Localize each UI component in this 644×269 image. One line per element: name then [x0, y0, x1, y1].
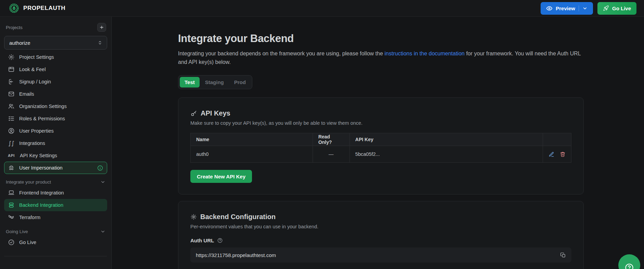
- sidebar-item-label: Frontend Integration: [19, 190, 64, 196]
- sidebar-item-user-properties[interactable]: User Properties: [4, 125, 107, 137]
- key-icon: [190, 110, 197, 117]
- sidebar-item-api-key-settings[interactable]: API API Key Settings: [4, 149, 107, 162]
- topbar-actions: Preview Go Live: [541, 2, 636, 15]
- backend-configuration-card: Backend Configuration Per-environment va…: [178, 201, 584, 269]
- checklist-icon: [8, 115, 15, 122]
- sidebar-item-label: Project Settings: [19, 54, 54, 60]
- page-title: Integrate your Backend: [178, 32, 584, 45]
- sidebar-item-label: Go Live: [19, 240, 36, 245]
- column-header-read-only: Read Only?: [313, 133, 350, 146]
- user-circle-icon: [8, 127, 15, 134]
- check-circle-icon: [8, 239, 15, 246]
- login-icon: [8, 78, 15, 85]
- column-header-actions: [543, 133, 571, 146]
- chevron-down-icon: [582, 6, 588, 11]
- laptop-icon: [8, 189, 15, 196]
- sidebar-item-roles-permissions[interactable]: Roles & Permissions: [4, 112, 107, 125]
- documentation-link[interactable]: instructions in the documentation: [384, 51, 465, 56]
- sidebar-item-backend-integration[interactable]: Backend Integration: [4, 199, 107, 211]
- auth-url-field[interactable]: https://3211758.propelauthtest.com: [190, 247, 571, 263]
- delete-key-button[interactable]: [560, 151, 566, 157]
- column-header-name: Name: [191, 133, 313, 146]
- cell-api-key: 5bca05f2...: [350, 146, 543, 163]
- sidebar-item-frontend-integration[interactable]: Frontend Integration: [4, 187, 107, 199]
- going-live-menu: Go Live: [4, 236, 107, 248]
- main-content: Integrate your Backend Integrating your …: [112, 17, 644, 269]
- sidebar-item-user-impersonation[interactable]: User Impersonation: [4, 162, 107, 174]
- auth-url-value: https://3211758.propelauthtest.com: [196, 252, 276, 258]
- backend-config-title: Backend Configuration: [200, 213, 276, 221]
- sidebar-item-look-and-feel[interactable]: Look & Feel: [4, 63, 107, 76]
- help-circle-icon[interactable]: [217, 238, 223, 243]
- api-keys-title-row: API Keys: [190, 109, 571, 117]
- section-integrate-your-product[interactable]: Integrate your product: [6, 179, 105, 185]
- backend-config-subtitle: Per-environment values that you can use …: [190, 224, 571, 229]
- intro-before: Integrating your backend depends on the …: [178, 51, 384, 56]
- api-keys-title: API Keys: [201, 109, 230, 117]
- create-new-api-key-button[interactable]: Create New API Key: [190, 170, 252, 183]
- tab-test[interactable]: Test: [180, 77, 200, 88]
- integral-icon: ∫∫: [8, 140, 15, 147]
- eye-icon: [546, 5, 553, 12]
- tab-staging[interactable]: Staging: [200, 77, 229, 88]
- sidebar-divider: [4, 256, 107, 256]
- add-project-button[interactable]: [97, 23, 106, 32]
- preview-button[interactable]: Preview: [541, 2, 593, 15]
- sidebar-item-label: Roles & Permissions: [19, 116, 65, 121]
- sidebar-menu: Project Settings Look & Feel Signup / Lo…: [4, 51, 107, 174]
- section-going-live[interactable]: Going Live: [6, 229, 105, 234]
- sidebar-item-terraform[interactable]: Terraform: [4, 211, 107, 224]
- sidebar-item-go-live[interactable]: Go Live: [4, 236, 107, 248]
- question-circle-icon: [624, 259, 634, 269]
- brand: PROPELAUTH: [9, 3, 65, 13]
- cell-key-name: auth0: [191, 146, 313, 163]
- section-label: Going Live: [6, 229, 28, 234]
- chevron-down-icon: [100, 229, 105, 234]
- preview-divider: [579, 5, 579, 11]
- column-header-api-key: API Key: [350, 133, 543, 146]
- sidebar-item-emails[interactable]: Emails: [4, 88, 107, 100]
- sidebar-item-organization-settings[interactable]: Organization Settings: [4, 100, 107, 112]
- sidebar-item-label: User Impersonation: [19, 165, 63, 171]
- api-keys-card: API Keys Make sure to copy your API key(…: [178, 97, 584, 194]
- gear-icon: [8, 54, 15, 60]
- environment-tabs: Test Staging Prod: [178, 75, 252, 89]
- brand-name: PROPELAUTH: [23, 5, 65, 12]
- section-label: Integrate your product: [6, 179, 51, 185]
- auth-url-label-row: Auth URL: [190, 238, 571, 243]
- window-icon: [8, 66, 15, 73]
- sidebar-item-label: Look & Feel: [19, 67, 46, 72]
- project-select[interactable]: authorize: [4, 36, 107, 50]
- sidebar-item-label: Signup / Login: [19, 79, 51, 84]
- api-keys-subtitle: Make sure to copy your API key(s), as yo…: [190, 120, 571, 126]
- sidebar-item-integrations[interactable]: ∫∫ Integrations: [4, 137, 107, 149]
- sidebar-item-label: Backend Integration: [19, 202, 63, 208]
- table-header-row: Name Read Only? API Key: [191, 133, 571, 146]
- info-icon[interactable]: [97, 165, 103, 171]
- sidebar-item-label: Emails: [19, 91, 34, 97]
- terraform-icon: [8, 214, 15, 221]
- sidebar-item-project-settings[interactable]: Project Settings: [4, 51, 107, 63]
- tab-prod[interactable]: Prod: [229, 77, 251, 88]
- topbar: PROPELAUTH Preview: [0, 0, 644, 17]
- intro-text: Integrating your backend depends on the …: [178, 49, 584, 66]
- disguise-icon: [8, 164, 15, 171]
- table-row: auth0 — 5bca05f2...: [191, 146, 571, 163]
- gear-icon: [190, 214, 197, 220]
- copy-auth-url-button[interactable]: [560, 252, 566, 258]
- auth-url-label: Auth URL: [190, 238, 214, 243]
- integrate-menu: Frontend Integration Backend Integration…: [4, 187, 107, 224]
- edit-key-button[interactable]: [548, 151, 554, 157]
- cell-actions: [543, 146, 571, 163]
- go-live-button[interactable]: Go Live: [597, 2, 636, 15]
- api-text-icon: API: [8, 153, 15, 158]
- sidebar-item-label: Terraform: [19, 215, 40, 220]
- cell-read-only: —: [313, 146, 350, 163]
- sidebar-item-signup-login[interactable]: Signup / Login: [4, 76, 107, 88]
- project-select-value: authorize: [9, 40, 30, 46]
- backend-config-title-row: Backend Configuration: [190, 213, 571, 221]
- mail-icon: [8, 91, 15, 97]
- chevron-down-icon: [100, 179, 105, 185]
- api-keys-table: Name Read Only? API Key auth0 — 5bca05f2…: [190, 133, 571, 163]
- sidebar-item-label: User Properties: [19, 128, 54, 134]
